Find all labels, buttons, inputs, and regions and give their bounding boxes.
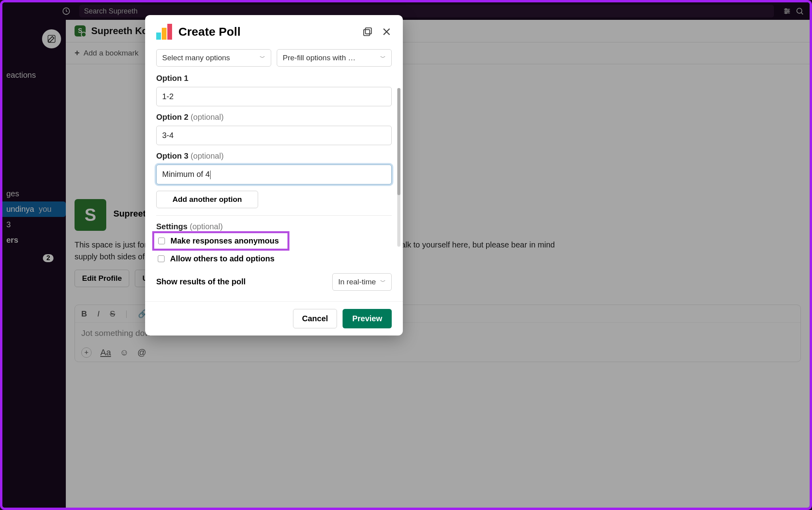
divider [156, 215, 392, 216]
option1-label: Option 1 [156, 74, 392, 83]
option2-input[interactable]: 3-4 [156, 126, 392, 145]
show-results-dropdown[interactable]: In real-time ﹀ [332, 273, 392, 291]
anonymous-label: Make responses anonymous [170, 236, 279, 245]
poll-app-icon [156, 24, 172, 40]
select-label: Pre-fill options with … [283, 54, 356, 62]
checkbox-icon[interactable] [158, 255, 165, 262]
create-poll-modal: Create Poll Select many options ﹀ Pre-fi… [145, 15, 403, 336]
settings-label: Settings (optional) [156, 222, 392, 231]
chevron-down-icon: ﹀ [380, 278, 386, 286]
highlight-annotation: Make responses anonymous [152, 231, 289, 251]
modal-title: Create Poll [178, 25, 356, 38]
prefill-dropdown[interactable]: Pre-fill options with … ﹀ [277, 49, 392, 67]
chevron-down-icon: ﹀ [380, 54, 386, 61]
option2-label: Option 2 (optional) [156, 113, 392, 122]
select-label: In real-time [338, 278, 376, 286]
show-results-label: Show results of the poll [156, 277, 246, 286]
select-label: Select many options [162, 54, 230, 62]
scrollbar-thumb[interactable] [397, 88, 400, 195]
chevron-down-icon: ﹀ [260, 54, 265, 61]
allow-add-checkbox-row[interactable]: Allow others to add options [156, 251, 392, 266]
allow-add-label: Allow others to add options [170, 254, 274, 263]
option1-input[interactable]: 1-2 [156, 87, 392, 106]
add-option-button[interactable]: Add another option [156, 191, 258, 208]
cancel-button[interactable]: Cancel [293, 309, 337, 328]
svg-rect-10 [366, 28, 372, 34]
option3-input[interactable]: Minimum of 4 [156, 165, 392, 184]
preview-button[interactable]: Preview [343, 309, 392, 328]
select-many-dropdown[interactable]: Select many options ﹀ [156, 49, 271, 67]
modal-overlay[interactable] [2, 2, 810, 508]
anonymous-checkbox-row[interactable]: Make responses anonymous [157, 234, 280, 248]
svg-rect-11 [364, 30, 370, 36]
option3-label: Option 3 (optional) [156, 151, 392, 161]
checkbox-icon[interactable] [158, 238, 165, 244]
close-icon[interactable] [381, 27, 392, 37]
new-window-icon[interactable] [362, 27, 373, 37]
